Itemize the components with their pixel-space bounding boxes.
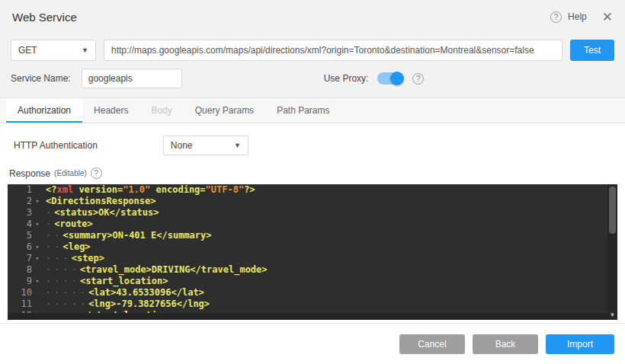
response-code-editor[interactable]: 1<?xml version="1.0" encoding="UTF-8"?>2…: [8, 184, 617, 320]
dialog-header: Web Service ? Help ✕: [0, 0, 625, 34]
page-title: Web Service: [12, 11, 77, 24]
http-auth-value: None: [171, 140, 193, 151]
footer-bar: Cancel Back Import: [0, 323, 625, 364]
line-number: 9: [8, 276, 32, 287]
line-number: 5: [8, 230, 32, 241]
tab-authorization[interactable]: Authorization: [6, 98, 82, 123]
code-line: 6▾··<leg>: [8, 241, 617, 253]
vertical-scrollbar[interactable]: ▼: [607, 184, 617, 320]
back-button[interactable]: Back: [473, 334, 538, 354]
tab-headers[interactable]: Headers: [82, 98, 139, 123]
test-button[interactable]: Test: [570, 40, 614, 61]
fold-arrow-icon[interactable]: ▾: [32, 276, 43, 287]
line-number: 11: [8, 299, 32, 310]
code-line: 4▾·<route>: [8, 219, 617, 230]
tab-bar: Authorization Headers Body Query Params …: [0, 97, 625, 123]
line-number: 7: [8, 253, 32, 264]
code-line: 7▾···<step>: [8, 253, 617, 264]
response-label: Response: [9, 168, 50, 179]
service-row: Service Name: Use Proxy: ?: [0, 69, 625, 88]
chevron-down-icon: ▼: [82, 46, 88, 54]
http-method-select[interactable]: GET ▼: [11, 40, 96, 61]
fold-arrow-icon[interactable]: ▾: [32, 196, 43, 207]
chevron-down-icon: ▼: [234, 142, 241, 149]
close-icon[interactable]: ✕: [602, 11, 613, 24]
fold-spacer: [32, 184, 43, 196]
fold-spacer: [32, 207, 43, 219]
tab-body[interactable]: Body: [139, 98, 183, 123]
http-auth-row: HTTP Authentication None ▼: [0, 123, 625, 161]
line-number: 10: [8, 287, 32, 299]
fold-arrow-icon[interactable]: ▾: [32, 253, 43, 264]
fold-spacer: [32, 264, 43, 276]
request-row: GET ▼ Test: [0, 40, 625, 61]
use-proxy-toggle[interactable]: [377, 72, 403, 85]
tab-query-params[interactable]: Query Params: [184, 98, 265, 123]
response-editable-note: (Editable): [54, 169, 87, 177]
code-line: 9▾····<start_location>: [8, 276, 617, 287]
import-button[interactable]: Import: [546, 334, 614, 354]
service-name-label: Service Name:: [11, 73, 71, 84]
line-number: 3: [8, 207, 32, 219]
http-auth-label: HTTP Authentication: [14, 140, 98, 151]
tab-path-params[interactable]: Path Params: [265, 98, 341, 123]
top-section: Web Service ? Help ✕ GET ▼ Test Service …: [0, 0, 625, 97]
http-auth-select[interactable]: None ▼: [163, 136, 248, 155]
service-name-input[interactable]: [82, 69, 182, 88]
help-link[interactable]: Help: [568, 11, 587, 22]
line-number: 6: [8, 241, 32, 253]
horizontal-scrollbar[interactable]: [8, 313, 607, 320]
code-lines: 1<?xml version="1.0" encoding="UTF-8"?>2…: [8, 184, 617, 320]
http-method-value: GET: [18, 45, 37, 56]
scrollbar-thumb[interactable]: [609, 187, 616, 234]
fold-spacer: [32, 230, 43, 241]
code-line: 8····<travel_mode>DRIVING</travel_mode>: [8, 264, 617, 276]
code-line: 10·····<lat>43.6533096</lat>: [8, 287, 617, 299]
line-number: 4: [8, 219, 32, 230]
toggle-knob: [390, 72, 404, 85]
use-proxy-label: Use Proxy:: [324, 73, 369, 84]
fold-arrow-icon[interactable]: ▾: [32, 241, 43, 253]
line-number: 2: [8, 196, 32, 207]
line-number: 1: [8, 184, 32, 196]
code-line: 11·····<lng>-79.3827656</lng>: [8, 299, 617, 310]
cancel-button[interactable]: Cancel: [399, 334, 465, 354]
code-line: 3·<status>OK</status>: [8, 207, 617, 219]
code-line: 5··<summary>ON-401 E</summary>: [8, 230, 617, 241]
line-number: 8: [8, 264, 32, 276]
proxy-help-icon[interactable]: ?: [412, 73, 424, 85]
fold-spacer: [32, 299, 43, 310]
fold-arrow-icon[interactable]: ▾: [32, 219, 43, 230]
code-line: 2▾<DirectionsResponse>: [8, 196, 617, 207]
response-header: Response (Editable) ?: [0, 161, 625, 179]
url-input[interactable]: [104, 40, 562, 61]
code-line: 1<?xml version="1.0" encoding="UTF-8"?>: [8, 184, 617, 196]
fold-spacer: [32, 287, 43, 299]
help-icon[interactable]: ?: [550, 11, 562, 23]
scroll-down-arrow-icon[interactable]: ▼: [607, 310, 617, 320]
response-help-icon[interactable]: ?: [91, 168, 102, 179]
